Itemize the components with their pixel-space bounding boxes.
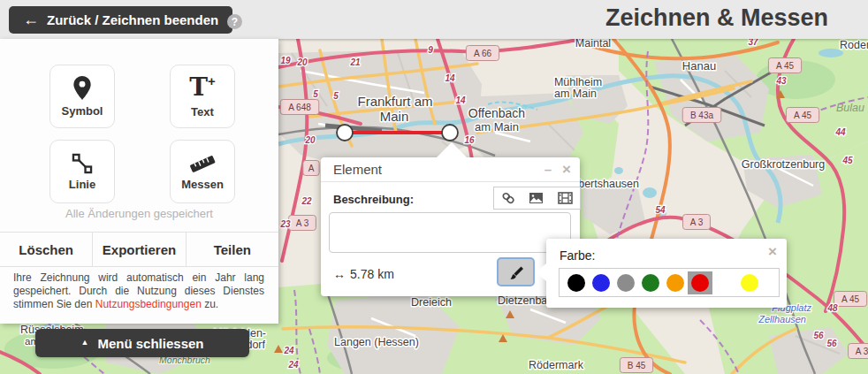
color-swatch-black[interactable] [564,271,589,294]
map-label: Großkrotzenburg [742,158,826,171]
color-dot-orange [666,274,684,292]
map-label: A 66 [474,49,491,58]
measure-endpoint-end[interactable] [442,125,458,141]
back-arrow-icon: ← [23,11,39,29]
ruler-icon [187,152,217,175]
tool-measure-button[interactable]: Messen [170,140,235,203]
delete-button[interactable]: Löschen [0,233,92,266]
map-pin-icon [71,75,94,102]
tool-measure-label: Messen [181,178,224,191]
map-label: A 45 [776,61,794,71]
map-label: 48 [826,303,838,313]
drawing-tools-panel: Symbol T + Text Linie Messen Alle Änderu… [0,39,278,324]
film-icon[interactable] [558,192,573,204]
menu-close-button[interactable]: ▲ Menü schliessen [35,329,249,357]
color-dot-blue [592,274,610,292]
tool-line-button[interactable]: Linie [49,140,115,203]
image-icon[interactable] [529,192,544,204]
map-label: Rödermark [529,359,584,371]
tool-symbol-button[interactable]: Symbol [49,65,115,128]
color-swatch-red[interactable] [688,271,712,294]
action-row: Löschen Exportieren Teilen [0,232,278,267]
map-label: 24 [287,360,299,370]
help-icon[interactable]: ? [227,14,242,29]
description-toolbar [493,187,581,210]
color-dot-grey [617,274,635,292]
brush-icon [508,264,524,280]
map-label: A 3 [690,218,704,227]
map-label: 56 [826,339,837,348]
map-label: am Main [554,88,597,100]
dialog-title: Element [333,162,534,177]
map-label: 23 [279,219,291,229]
dialog-header: Element – × [321,157,580,182]
map-label: 9 [428,45,433,55]
text-plus-icon: T + [189,74,216,103]
dialog-pointer [437,142,467,157]
measure-arrow-icon: ↔ [333,267,346,281]
map-label: Rodenbach [840,39,868,51]
description-textarea[interactable] [329,212,571,253]
color-swatch-yellow[interactable] [737,271,762,294]
tool-text-label: Text [191,105,214,118]
color-dot-yellow [741,274,758,292]
color-swatch-grey[interactable] [613,271,638,294]
road-badge: A 3 [289,216,316,231]
color-swatch-orange[interactable] [663,271,688,294]
close-icon[interactable]: × [562,162,571,177]
measure-endpoint-start[interactable] [337,125,353,141]
road-badge: B 45 [620,358,652,373]
color-picker-popup: Farbe: × [546,239,787,308]
chevron-up-icon: ▲ [81,338,89,347]
storage-notice: Ihre Zeichnung wird automatisch ein Jahr… [13,271,264,311]
popup-close-icon[interactable]: × [768,243,777,261]
map-label: Offenbach [468,106,525,120]
color-picker-label: Farbe: [560,248,595,263]
map-label: A 3 [856,347,868,356]
menu-close-label: Menü schliessen [97,336,203,351]
map-label: 43 [775,76,787,86]
map-label: 22 [301,196,312,206]
color-swatch-blue[interactable] [589,271,613,294]
minimize-icon[interactable]: – [544,163,552,176]
export-button[interactable]: Exportieren [92,233,185,266]
map-label: B 43a [690,111,714,120]
share-button[interactable]: Teilen [186,233,278,266]
road-badge: A 3 [849,344,868,359]
map-label: A 45 [794,111,811,120]
map-label: Hanau [682,59,716,73]
tool-line-label: Linie [69,178,95,191]
map-label: 24 [283,346,294,355]
color-swatch-white[interactable] [712,271,737,294]
measurement-readout: ↔ 5.78 km [333,267,394,281]
road-badge: A 45 [834,292,866,307]
tool-text-button[interactable]: T + Text [170,65,235,128]
map-label: 45 [841,156,853,165]
map-label: Maintal [575,37,611,50]
map-label: am Main [475,120,519,134]
map-label: B 45 [628,361,646,370]
map-label: Frankfurt am [357,94,432,109]
back-finish-drawing-button[interactable]: ← Zurück / Zeichnen beenden [9,6,232,34]
map-label: Langen (Hessen) [334,336,419,348]
map-label: Mühlheim [554,76,602,88]
map-label: Bulau [836,102,864,114]
map-label: A 45 [841,294,859,304]
map-label: Dreieich [411,296,452,309]
road-badge: A 45 [768,58,801,73]
map-label: Zellhausen [758,314,806,324]
color-dot-red [691,274,709,292]
map-label: 5 [313,89,318,99]
map-label: 56 [813,331,824,340]
autosave-status: Alle Änderungen gespeichert [0,207,278,220]
road-badge: A 3 [683,215,711,230]
link-icon[interactable] [501,191,515,205]
map-label: Main [380,109,409,124]
color-brush-button[interactable] [497,257,535,286]
terms-link[interactable]: Nutzungsbedingungen [95,298,202,310]
polyline-icon [71,152,94,175]
color-dot-black [567,274,585,292]
map-label: A 648 [288,103,311,112]
color-swatch-green[interactable] [638,271,663,294]
map-label: 14 [455,95,466,105]
